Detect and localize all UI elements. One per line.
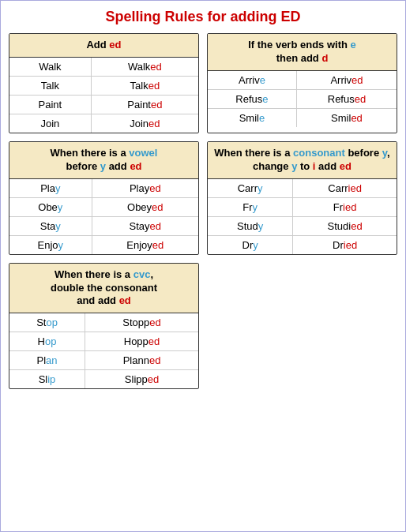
card-cvc-table: StopStopped HopHopped PlanPlanned SlipSl… bbox=[9, 313, 198, 388]
card-vowel-before-y-header: When there is a vowelbefore y add ed bbox=[9, 142, 198, 179]
card-vowel-before-y-table: PlayPlayed ObeyObeyed StayStayed EnjoyEn… bbox=[9, 179, 198, 254]
table-row: HopHopped bbox=[9, 332, 198, 351]
card-consonant-before-y-header: When there is a consonant before y, chan… bbox=[208, 142, 397, 179]
main-grid: Add ed WalkWalked TalkTalked PaintPainte… bbox=[9, 33, 397, 389]
table-row: ArriveArrived bbox=[208, 71, 397, 90]
table-row: RefuseRefused bbox=[208, 89, 397, 108]
table-row: JoinJoined bbox=[9, 114, 198, 133]
card-verb-ends-e: If the verb ends with ethen add d Arrive… bbox=[207, 33, 397, 133]
table-row: CarryCarried bbox=[208, 179, 397, 198]
table-row: StayStayed bbox=[9, 216, 198, 235]
card-consonant-before-y-table: CarryCarried FryFried StudyStudied DryDr… bbox=[208, 179, 397, 254]
card-consonant-before-y: When there is a consonant before y, chan… bbox=[207, 141, 397, 255]
card-add-ed-header: Add ed bbox=[9, 34, 198, 58]
table-row: SmileSmiled bbox=[208, 108, 397, 127]
card-verb-ends-e-header: If the verb ends with ethen add d bbox=[208, 34, 397, 71]
table-row: WalkWalked bbox=[9, 58, 198, 77]
card-vowel-before-y: When there is a vowelbefore y add ed Pla… bbox=[9, 141, 199, 255]
table-row: PlanPlanned bbox=[9, 351, 198, 370]
table-row: TalkTalked bbox=[9, 76, 198, 95]
card-cvc: When there is a cvc,double the consonant… bbox=[9, 263, 199, 390]
table-row: FryFried bbox=[208, 197, 397, 216]
table-row: SlipSlipped bbox=[9, 370, 198, 389]
table-row: StopStopped bbox=[9, 313, 198, 332]
table-row: PlayPlayed bbox=[9, 179, 198, 198]
card-add-ed-ed: ed bbox=[109, 39, 121, 51]
card-cvc-header: When there is a cvc,double the consonant… bbox=[9, 264, 198, 314]
card-add-ed-table: WalkWalked TalkTalked PaintPainted JoinJ… bbox=[9, 58, 198, 133]
table-row: PaintPainted bbox=[9, 95, 198, 114]
table-row: StudyStudied bbox=[208, 216, 397, 235]
table-row: DryDried bbox=[208, 235, 397, 254]
card-add-ed: Add ed WalkWalked TalkTalked PaintPainte… bbox=[9, 33, 199, 133]
card-verb-ends-e-table: ArriveArrived RefuseRefused SmileSmiled bbox=[208, 71, 397, 127]
table-row: EnjoyEnjoyed bbox=[9, 235, 198, 254]
page-title: Spelling Rules for adding ED bbox=[105, 9, 300, 25]
table-row: ObeyObeyed bbox=[9, 197, 198, 216]
